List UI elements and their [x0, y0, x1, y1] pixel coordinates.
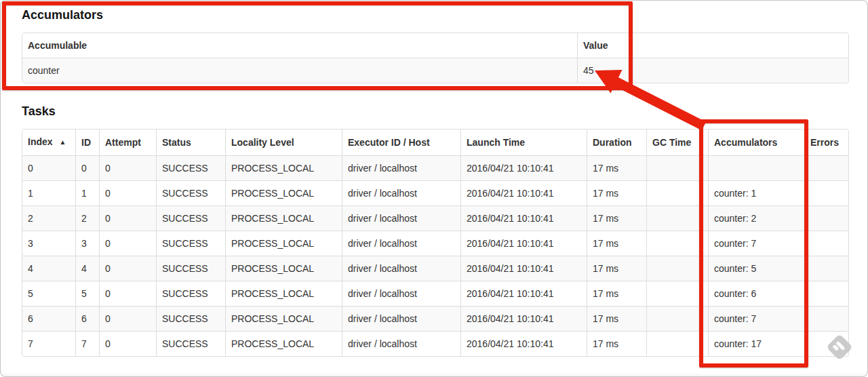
- cell-executor-id-host: driver / localhost: [342, 306, 460, 331]
- page-content: Accumulators Accumulable Value counter 4…: [0, 0, 868, 357]
- status-column-header[interactable]: Status: [156, 130, 225, 155]
- cell-index: 4: [22, 256, 75, 281]
- accumulators-table: Accumulable Value counter 45: [22, 33, 849, 83]
- cell-locality-level: PROCESS_LOCAL: [225, 306, 342, 331]
- cell-locality-level: PROCESS_LOCAL: [225, 205, 342, 231]
- cell-gc-time: [646, 231, 708, 256]
- cell-duration: 17 ms: [587, 205, 646, 231]
- cell-attempt: 0: [99, 205, 156, 231]
- cell-executor-id-host: driver / localhost: [342, 205, 460, 231]
- cell-duration: 17 ms: [587, 155, 646, 180]
- cell-id: 5: [75, 281, 99, 306]
- cell-gc-time: [646, 331, 708, 356]
- cell-errors: [804, 205, 848, 231]
- cell-index: 2: [22, 205, 75, 231]
- cell-launch-time: 2016/04/21 10:10:41: [460, 256, 587, 281]
- cell-accumulators: counter: 6: [708, 281, 804, 306]
- cell-duration: 17 ms: [587, 331, 646, 356]
- locality-level-column-header[interactable]: Locality Level: [225, 130, 342, 155]
- id-column-header[interactable]: ID: [75, 130, 99, 155]
- cell-accumulators: counter: 7: [708, 306, 804, 331]
- cell-attempt: 0: [99, 256, 156, 281]
- index-column-header[interactable]: Index▲: [22, 130, 75, 155]
- table-row: 0 0 0 SUCCESS PROCESS_LOCAL driver / loc…: [22, 155, 848, 180]
- cell-gc-time: [646, 256, 708, 281]
- duration-column-header[interactable]: Duration: [587, 130, 646, 155]
- cell-status: SUCCESS: [156, 231, 225, 256]
- index-header-label: Index: [28, 136, 53, 147]
- cell-executor-id-host: driver / localhost: [342, 155, 460, 180]
- executor-id-host-column-header[interactable]: Executor ID / Host: [342, 130, 460, 155]
- errors-column-header[interactable]: Errors: [804, 130, 848, 155]
- cell-accumulators: counter: 5: [708, 256, 804, 281]
- cell-locality-level: PROCESS_LOCAL: [225, 281, 342, 306]
- cell-errors: [804, 155, 848, 180]
- cell-launch-time: 2016/04/21 10:10:41: [460, 306, 587, 331]
- table-row: 2 2 0 SUCCESS PROCESS_LOCAL driver / loc…: [22, 205, 848, 231]
- cell-executor-id-host: driver / localhost: [342, 231, 460, 256]
- cell-gc-time: [646, 281, 708, 306]
- table-row: 4 4 0 SUCCESS PROCESS_LOCAL driver / loc…: [22, 256, 848, 281]
- cell-status: SUCCESS: [156, 205, 225, 231]
- tasks-header-row: Index▲ ID Attempt Status Locality Level …: [22, 130, 848, 155]
- cell-duration: 17 ms: [587, 231, 646, 256]
- cell-attempt: 0: [99, 231, 156, 256]
- cell-status: SUCCESS: [156, 306, 225, 331]
- value-column-header[interactable]: Value: [577, 33, 848, 58]
- cell-attempt: 0: [99, 331, 156, 356]
- accumulable-value-cell: 45: [577, 58, 848, 83]
- cell-gc-time: [646, 180, 708, 205]
- cell-attempt: 0: [99, 281, 156, 306]
- cell-gc-time: [646, 205, 708, 231]
- cell-duration: 17 ms: [587, 180, 646, 205]
- cell-errors: [804, 256, 848, 281]
- cell-launch-time: 2016/04/21 10:10:41: [460, 281, 587, 306]
- accumulable-column-header[interactable]: Accumulable: [22, 33, 577, 58]
- cell-attempt: 0: [99, 180, 156, 205]
- tasks-heading: Tasks: [22, 104, 849, 119]
- cell-errors: [804, 331, 848, 356]
- cell-locality-level: PROCESS_LOCAL: [225, 155, 342, 180]
- table-row: 1 1 0 SUCCESS PROCESS_LOCAL driver / loc…: [22, 180, 848, 205]
- cell-locality-level: PROCESS_LOCAL: [225, 256, 342, 281]
- launch-time-column-header[interactable]: Launch Time: [460, 130, 587, 155]
- cell-id: 6: [75, 306, 99, 331]
- cell-accumulators: counter: 17: [708, 331, 804, 356]
- cell-attempt: 0: [99, 306, 156, 331]
- cell-launch-time: 2016/04/21 10:10:41: [460, 231, 587, 256]
- table-row: 5 5 0 SUCCESS PROCESS_LOCAL driver / loc…: [22, 281, 848, 306]
- cell-duration: 17 ms: [587, 306, 646, 331]
- cell-accumulators: counter: 1: [708, 180, 804, 205]
- cell-id: 0: [75, 155, 99, 180]
- cell-gc-time: [646, 155, 708, 180]
- cell-errors: [804, 180, 848, 205]
- cell-index: 7: [22, 331, 75, 356]
- cell-errors: [804, 306, 848, 331]
- cell-executor-id-host: driver / localhost: [342, 281, 460, 306]
- cell-id: 7: [75, 331, 99, 356]
- cell-status: SUCCESS: [156, 155, 225, 180]
- cell-executor-id-host: driver / localhost: [342, 256, 460, 281]
- cell-id: 1: [75, 180, 99, 205]
- spark-stage-details-page: Accumulators Accumulable Value counter 4…: [0, 0, 868, 377]
- cell-accumulators: [708, 155, 804, 180]
- accumulable-name-cell: counter: [22, 58, 577, 83]
- gc-time-column-header[interactable]: GC Time: [646, 130, 708, 155]
- cell-attempt: 0: [99, 155, 156, 180]
- cell-id: 2: [75, 205, 99, 231]
- cell-index: 5: [22, 281, 75, 306]
- cell-launch-time: 2016/04/21 10:10:41: [460, 180, 587, 205]
- cell-accumulators: counter: 7: [708, 231, 804, 256]
- attempt-column-header[interactable]: Attempt: [99, 130, 156, 155]
- cell-launch-time: 2016/04/21 10:10:41: [460, 205, 587, 231]
- table-row: 7 7 0 SUCCESS PROCESS_LOCAL driver / loc…: [22, 331, 848, 356]
- cell-accumulators: counter: 2: [708, 205, 804, 231]
- accumulators-heading: Accumulators: [22, 8, 849, 22]
- cell-index: 1: [22, 180, 75, 205]
- cell-errors: [804, 231, 848, 256]
- cell-gc-time: [646, 306, 708, 331]
- cell-executor-id-host: driver / localhost: [342, 331, 460, 356]
- accumulators-column-header[interactable]: Accumulators: [708, 130, 804, 155]
- table-row: 3 3 0 SUCCESS PROCESS_LOCAL driver / loc…: [22, 231, 848, 256]
- cell-id: 4: [75, 256, 99, 281]
